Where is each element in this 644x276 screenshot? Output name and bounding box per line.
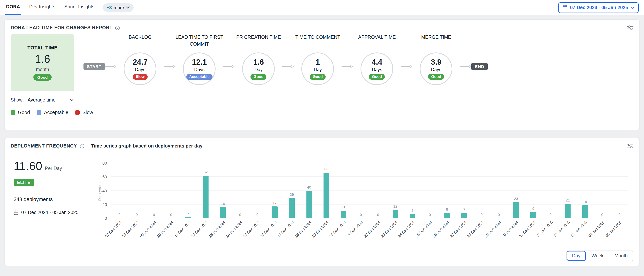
stage-label: LEAD TIME TO FIRST COMMIT: [176, 34, 223, 50]
date-range-picker[interactable]: 07 Dec 2024 - 05 Jan 2025: [558, 2, 639, 13]
stage-unit: Days: [372, 67, 382, 72]
stage-unit: Day: [314, 67, 322, 72]
elite-tier-badge: ELITE: [14, 179, 34, 186]
legend-label: Acceptable: [44, 109, 68, 115]
stage-circle: 12.1DaysAcceptable: [183, 52, 216, 85]
bar: [392, 210, 398, 218]
stage-value: 1: [316, 58, 320, 67]
more-tabs-chip[interactable]: +3more: [103, 3, 134, 12]
tab-sprint-insights[interactable]: Sprint Insights: [64, 0, 95, 15]
tab-dora[interactable]: DORA: [5, 0, 21, 15]
flow-arrow-icon: [401, 65, 412, 68]
bar: [306, 191, 312, 218]
stage-label: TIME TO COMMENT: [294, 34, 342, 50]
bar: [462, 213, 467, 218]
bar-slot: 0: [128, 163, 145, 218]
total-time-value: 1.6: [35, 53, 50, 65]
lead-time-card: DORA LEAD TIME FOR CHANGES REPORT TOTAL …: [4, 19, 640, 130]
flow-arrow-icon: [105, 65, 116, 68]
sliders-icon[interactable]: [627, 143, 633, 149]
legend-item-good: Good: [11, 109, 30, 115]
granularity-week[interactable]: Week: [586, 251, 609, 261]
y-tick-label: 60: [102, 175, 107, 179]
bar-value-label: 0: [429, 213, 431, 217]
lead-time-card-title: DORA LEAD TIME FOR CHANGES REPORT: [11, 25, 112, 30]
legend-label: Slow: [82, 109, 93, 115]
bar: [410, 214, 415, 218]
flow-end-pill: END: [472, 63, 488, 70]
flow-arrow-icon: [460, 65, 472, 68]
stage-value: 3.9: [431, 58, 442, 67]
plot-area: 0204060800000262160017294066110012608700…: [111, 163, 628, 218]
date-range-label: 07 Dec 2024 - 05 Jan 2025: [570, 5, 628, 10]
bar-value-label: 0: [481, 213, 483, 217]
bar-slot: 23: [508, 163, 525, 218]
stage-unit: Days: [431, 67, 441, 72]
x-axis-labels: 07 Dec 202408 Dec 202409 Dec 202410 Dec …: [111, 218, 628, 247]
flow-stage: LEAD TIME TO FIRST COMMIT12.1DaysAccepta…: [176, 34, 223, 85]
bar-slot: 16: [214, 163, 232, 218]
bar-value-label: 0: [118, 213, 120, 217]
info-icon[interactable]: [80, 144, 85, 149]
bar-value-label: 0: [550, 213, 552, 217]
legend-item-acceptable: Acceptable: [37, 109, 68, 115]
flow-stage: PR CREATION TIME1.6DayGood: [235, 34, 282, 85]
chevron-down-icon: [126, 6, 130, 9]
stage-badge: Good: [310, 74, 326, 80]
top-bar: DORADev InsightsSprint Insights+3more 07…: [0, 0, 644, 15]
bar-slot: 0: [145, 163, 162, 218]
granularity-month[interactable]: Month: [609, 251, 633, 261]
legend-swatch: [75, 110, 80, 115]
stage-unit: Days: [194, 67, 204, 72]
y-tick-label: 0: [105, 216, 107, 220]
bar-value-label: 66: [324, 167, 328, 171]
deployment-card-title: DEPLOYMENT FREQUENCY: [11, 143, 77, 149]
granularity-day[interactable]: Day: [567, 251, 586, 261]
bar-slot: 17: [266, 163, 283, 218]
legend-item-slow: Slow: [75, 109, 93, 115]
bar-value-label: 23: [514, 197, 518, 201]
tab-dev-insights[interactable]: Dev Insights: [28, 0, 56, 15]
chart-subtitle: Time series graph based on deployments p…: [91, 143, 627, 149]
granularity-toggle: DayWeekMonth: [566, 250, 633, 261]
deployments-total: 348 deployments: [14, 197, 91, 202]
flow-start-pill: START: [84, 63, 105, 70]
stage-badge: Good: [369, 74, 385, 80]
bar-value-label: 40: [307, 185, 311, 189]
bar: [530, 212, 536, 218]
flow-stage: TIME TO COMMENT1DayGood: [294, 34, 342, 85]
stage-value: 24.7: [133, 58, 148, 67]
info-icon[interactable]: [115, 25, 120, 30]
stage-unit: Day: [254, 67, 262, 72]
stage-badge: Good: [428, 74, 444, 80]
legend-swatch: [11, 110, 15, 115]
bar-value-label: 0: [136, 213, 138, 217]
bar-slot: 21: [559, 163, 576, 218]
bar-slot: 40: [300, 163, 318, 218]
bar-value-label: 0: [170, 213, 172, 217]
bar-slot: 29: [283, 163, 300, 218]
bar-slot: 66: [318, 163, 335, 218]
flow-arrow-icon: [223, 65, 235, 68]
stage-value: 4.4: [372, 58, 382, 67]
bar-slot: 0: [352, 163, 370, 218]
bar: [513, 202, 519, 218]
bar-slot: 0: [611, 163, 628, 218]
bar-value-label: 6: [412, 208, 414, 213]
total-time-unit: month: [36, 67, 49, 72]
stage-badge: Good: [251, 74, 266, 80]
stage-label: BACKLOG: [116, 34, 164, 50]
y-axis-title: Deployments: [98, 163, 102, 218]
stage-badge: Acceptable: [186, 74, 212, 80]
bar: [324, 173, 329, 218]
bar-value-label: 19: [583, 199, 587, 204]
deployment-stats: 11.60 Per Day ELITE 348 deployments 07 D…: [11, 150, 91, 247]
bar-value-label: 0: [618, 213, 621, 217]
bar-slot: 2: [180, 163, 197, 218]
tab-bar: DORADev InsightsSprint Insights+3more: [5, 0, 134, 15]
bar-value-label: 17: [273, 201, 277, 205]
flow-stage: APPROVAL TIME4.4DaysGood: [353, 34, 401, 85]
sliders-icon[interactable]: [627, 25, 633, 30]
show-selector[interactable]: Show: Average time: [11, 97, 74, 103]
chevron-down-icon: [70, 99, 74, 101]
